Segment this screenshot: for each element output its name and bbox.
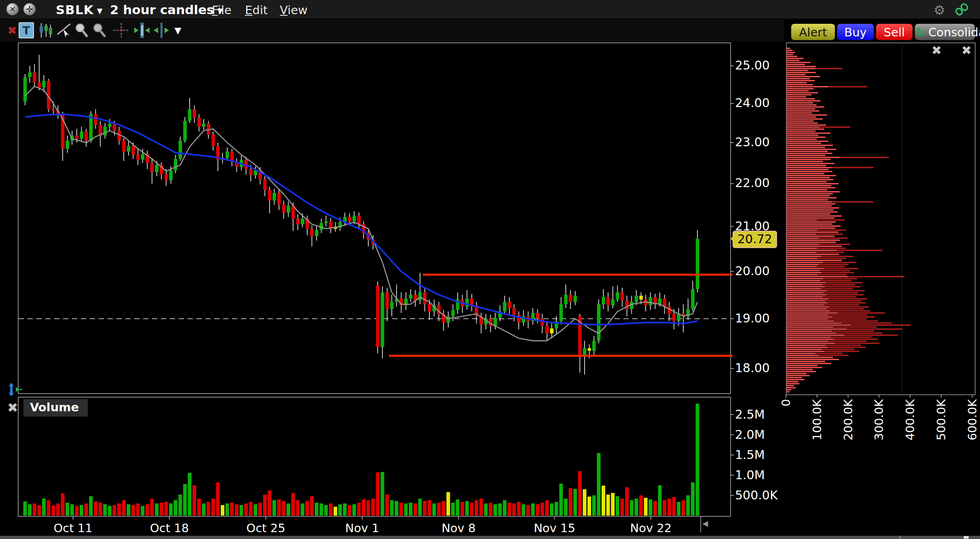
volume-pane-label[interactable]: Volume (23, 399, 88, 417)
profile-bar (786, 92, 818, 93)
profile-bar (786, 153, 832, 154)
candle-body (390, 302, 394, 309)
volume-bar (517, 502, 521, 516)
profile-bar (786, 137, 826, 138)
profile-bar (786, 50, 792, 51)
profile-bar-tip (829, 307, 869, 307)
trading-chart-window: { "titlebar": { "close_glyph": "✕", "add… (0, 0, 980, 539)
candle-body (310, 229, 314, 236)
horizontal-scrollbar[interactable] (0, 536, 980, 539)
candle-body (75, 135, 79, 139)
volume-bar (414, 503, 417, 516)
candle-body (541, 319, 544, 326)
profile-bar (786, 215, 842, 217)
candle-body (630, 302, 634, 309)
candle-body (141, 154, 145, 160)
volume-bar (136, 503, 140, 516)
profile-bar (786, 82, 807, 83)
candle-body (545, 326, 549, 333)
profile-axis-label: 400.0K (903, 399, 917, 448)
candle-body (136, 155, 140, 160)
volume-bar (183, 484, 187, 516)
axis-scale-tool-icon[interactable] (6, 382, 23, 398)
volume-bar (696, 404, 699, 516)
volume-bar (23, 501, 27, 516)
volume-bar (89, 496, 93, 516)
volume-axis-label: 1.5M (735, 448, 765, 462)
profile-bar (786, 385, 794, 386)
volume-axis-label: 1.0M (735, 468, 765, 482)
volume-bar (94, 501, 97, 516)
resize-grip[interactable] (964, 536, 969, 539)
profile-bar (786, 371, 816, 372)
volume-bar (277, 499, 281, 516)
candle-body (277, 193, 281, 205)
candle-body (357, 216, 361, 225)
candle-body (348, 217, 351, 221)
volume-bar (606, 495, 610, 516)
candle-body (611, 299, 615, 305)
volume-bar (221, 505, 224, 516)
profile-bar-tip (827, 309, 864, 310)
profile-bar-tip (817, 220, 845, 221)
profile-bar (786, 189, 827, 190)
volume-bar (131, 505, 135, 516)
candle-body (33, 72, 36, 82)
profile-bar-tip (844, 335, 898, 336)
profile-bar (786, 191, 840, 192)
candle-body (353, 216, 356, 221)
candle-body (451, 310, 455, 316)
candle-body (94, 114, 97, 125)
profile-bar-tip (832, 317, 875, 318)
volume-bar (578, 471, 582, 516)
profile-bar-tip (834, 321, 878, 322)
profile-bar (786, 151, 828, 152)
candle-body (385, 293, 389, 309)
last-bar-marker-arrow[interactable] (702, 521, 708, 527)
volume-bar (188, 473, 192, 516)
profile-bar-tip (823, 278, 857, 279)
volume-bar (479, 499, 483, 516)
profile-bar-tip (824, 305, 860, 305)
profile-axis-label: 300.0K (872, 399, 886, 448)
volume-pane-close-icon[interactable]: ✖ (7, 400, 18, 415)
volume-bar (583, 489, 586, 516)
candle-body (536, 313, 539, 318)
candle-body (550, 328, 553, 333)
volume-bar (353, 504, 356, 516)
profile-bar (786, 94, 811, 95)
candle-body (122, 141, 126, 152)
candle-body (188, 109, 192, 121)
volume-bar (61, 493, 65, 516)
volume-bar (663, 500, 666, 516)
volume-bar (272, 500, 276, 516)
profile-bar (786, 211, 838, 213)
profile-bar (786, 48, 790, 49)
profile-bar (786, 58, 803, 59)
profile-bar-tip (817, 258, 846, 259)
volume-bar (437, 503, 441, 516)
volume-bar (282, 501, 285, 516)
volume-bar (80, 505, 83, 516)
volume-bar (667, 499, 671, 516)
moving-average-blue (25, 114, 697, 324)
volume-bar (465, 501, 469, 516)
volume-bar (253, 504, 257, 516)
profile-bar (786, 76, 820, 77)
profile-bar (786, 389, 791, 390)
volume-bar (296, 500, 300, 516)
price-axis-label: 20.00 (735, 264, 770, 278)
profile-bar (786, 365, 817, 366)
profile-bar (786, 381, 798, 382)
profile-bar (786, 373, 807, 374)
profile-bar (786, 118, 823, 120)
volume-bar (56, 503, 60, 516)
candle-body (658, 299, 662, 304)
volume-bar (526, 505, 530, 516)
candle-body (197, 118, 201, 126)
candle-body (84, 132, 88, 141)
profile-bar (786, 143, 821, 144)
candle-body (211, 135, 215, 146)
chart-canvas[interactable] (0, 0, 980, 539)
volume-bar (625, 487, 629, 516)
